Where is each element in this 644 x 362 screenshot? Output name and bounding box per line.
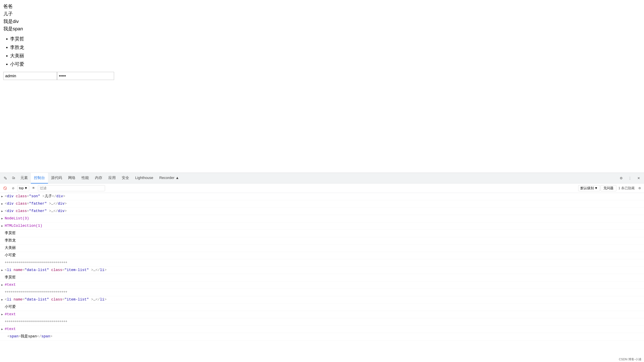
tab-elements[interactable]: 元素 <box>18 173 31 184</box>
console-settings-icon[interactable]: ⚙ <box>636 185 643 191</box>
svg-rect-2 <box>12 177 14 179</box>
expand-arrow[interactable] <box>1 327 4 330</box>
tab-performance[interactable]: 性能 <box>78 173 92 184</box>
hidden-count-label: 1 条已隐藏 <box>617 186 636 190</box>
expand-arrow[interactable] <box>1 217 4 219</box>
expand-arrow[interactable] <box>1 195 4 197</box>
expand-arrow[interactable] <box>1 202 4 204</box>
devtools-tabs-bar: 元素 控制台 源代码 网络 性能 内存 应用 安全 Lighthouse Rec… <box>0 173 644 184</box>
expand-arrow[interactable] <box>1 268 4 271</box>
filter-icon[interactable]: ⊘ <box>10 185 17 192</box>
console-entry-text-2[interactable]: #text <box>0 311 644 318</box>
console-text-xiaokeai: 小可爱 <box>0 252 644 259</box>
tab-recorder[interactable]: Recorder ▲ <box>156 173 182 184</box>
clear-console-icon[interactable]: 🚫 <box>1 185 9 192</box>
login-form <box>3 72 641 80</box>
expand-arrow[interactable] <box>1 298 4 300</box>
inspect-element-icon[interactable] <box>1 174 10 182</box>
console-text-lishenlong: 李胜龙 <box>0 237 644 245</box>
console-entry-div-son[interactable]: <div class="son" >儿子</div> <box>0 193 644 200</box>
console-entry-nodelist[interactable]: NodeList(3) <box>0 215 644 222</box>
console-text-lihaozhé: 李昊哲 <box>0 230 644 237</box>
settings-icon[interactable]: ⚙ <box>617 174 625 182</box>
console-text-xiaokeai-2: 小可爱 <box>0 304 644 311</box>
device-toolbar-icon[interactable] <box>10 174 18 182</box>
expand-arrow[interactable] <box>1 313 4 315</box>
console-text-lihaozhe-2: 李昊哲 <box>0 274 644 281</box>
line-div: 我是div <box>3 18 641 25</box>
console-output[interactable]: <div class="son" >儿子</div> <div class="f… <box>0 193 644 362</box>
username-input[interactable] <box>3 72 57 80</box>
list-item: 李胜龙 <box>10 43 641 52</box>
console-entry-div-father-2[interactable]: <div class="father" >…</div> <box>0 208 644 215</box>
name-list: 李昊哲 李胜龙 大美丽 小可爱 <box>10 35 641 68</box>
console-separator-1: +++++++++++++++++++++++++++++++ <box>0 259 644 267</box>
line-erzi: 儿子 <box>3 10 641 18</box>
tab-application[interactable]: 应用 <box>105 173 119 184</box>
more-options-icon[interactable]: ⋮ <box>626 174 634 182</box>
password-input[interactable] <box>57 72 114 80</box>
context-selector[interactable]: top ▼ <box>18 185 29 191</box>
log-level-selector[interactable]: 默认级别 ▼ <box>578 185 600 191</box>
close-devtools-icon[interactable]: ✕ <box>634 174 643 182</box>
tab-sources[interactable]: 源代码 <box>48 173 65 184</box>
console-entry-li-1[interactable]: <li name="data-list" class="item-list" >… <box>0 267 644 274</box>
console-separator-3: +++++++++++++++++++++++++++++++ <box>0 318 644 326</box>
console-entry-div-father-1[interactable]: <div class="father" >…</div> <box>0 200 644 208</box>
page-content: 爸爸 儿子 我是div 我是span 李昊哲 李胜龙 大美丽 小可爱 <box>0 0 644 83</box>
line-baba: 爸爸 <box>3 3 641 10</box>
filter-input[interactable] <box>38 185 105 191</box>
console-entry-li-2[interactable]: <li name="data-list" class="item-list" >… <box>0 296 644 304</box>
expand-arrow[interactable] <box>1 224 4 226</box>
tab-lighthouse[interactable]: Lighthouse <box>132 173 156 184</box>
console-separator-2: +++++++++++++++++++++++++++++++ <box>0 289 644 296</box>
expand-arrow[interactable] <box>1 283 4 285</box>
svg-rect-3 <box>14 177 15 179</box>
console-entry-text-1[interactable]: #text <box>0 281 644 289</box>
expand-arrow[interactable] <box>1 209 4 212</box>
tab-console[interactable]: 控制台 <box>31 173 48 184</box>
console-entry-span: <span>我是span</span> <box>0 333 644 340</box>
tab-memory[interactable]: 内存 <box>92 173 105 184</box>
eye-icon[interactable]: 👁 <box>30 185 37 192</box>
list-item: 李昊哲 <box>10 35 641 43</box>
line-span: 我是span <box>3 25 641 33</box>
devtools-panel: 元素 控制台 源代码 网络 性能 内存 应用 安全 Lighthouse Rec… <box>0 173 644 362</box>
svg-rect-0 <box>4 177 5 178</box>
console-toolbar: 🚫 ⊘ top ▼ 👁 默认级别 ▼ 无问题 1 条已隐藏 ⚙ <box>0 184 644 193</box>
tab-security[interactable]: 安全 <box>119 173 132 184</box>
footer-attribution: CSDN 博客-小浦 <box>616 357 644 362</box>
console-text-dameili: 大美丽 <box>0 245 644 252</box>
no-issues-button[interactable]: 无问题 <box>600 185 616 191</box>
console-entry-text-3[interactable]: #text <box>0 326 644 333</box>
list-item: 大美丽 <box>10 52 641 60</box>
tab-network[interactable]: 网络 <box>65 173 78 184</box>
console-entry-htmlcollection[interactable]: HTMLCollection(1) <box>0 222 644 230</box>
list-item: 小可爱 <box>10 60 641 68</box>
